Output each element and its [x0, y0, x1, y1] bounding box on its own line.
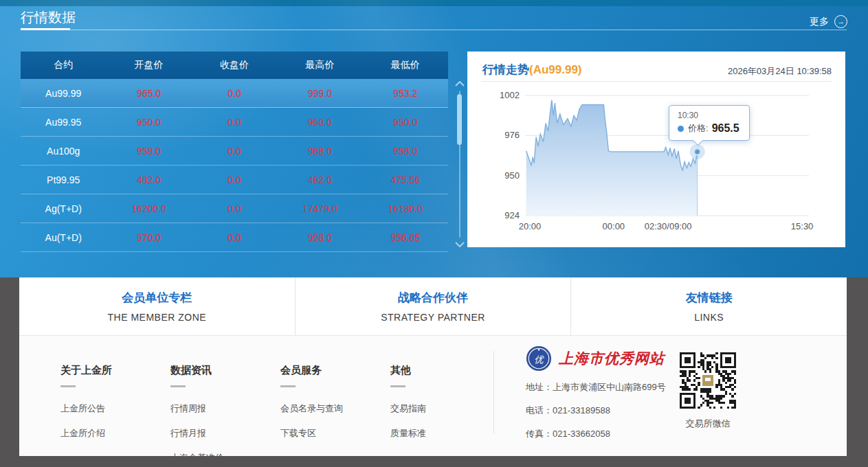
group-dash — [60, 385, 76, 387]
contract-cell: Au100g — [21, 137, 106, 165]
y-axis-tick: 950 — [485, 170, 520, 181]
footer-group-title: 其他 — [390, 364, 500, 377]
price-cell: 17479.0 — [277, 194, 362, 223]
footer-link[interactable]: 行情周报 — [170, 402, 280, 415]
table-header-row: 合约开盘价收盘价最高价最低价 — [21, 52, 448, 79]
price-cell: 0.0 — [192, 194, 277, 223]
footer-link[interactable]: 下载专区 — [280, 427, 390, 440]
contact-label: 电话： — [526, 405, 553, 415]
footer-link[interactable]: 上金所介绍 — [60, 427, 170, 440]
contact-value: 021-33189588 — [553, 405, 610, 415]
band-title: 友情链接 — [571, 290, 847, 306]
contact-line: 传真：021-33662058 — [526, 428, 698, 440]
price-cell: 16180.0 — [363, 194, 448, 223]
price-cell: 956.85 — [363, 223, 448, 251]
footer-group-title: 会员服务 — [280, 364, 390, 377]
member-band-link[interactable]: 战略合作伙伴STRATEGY PARTNER — [295, 277, 571, 335]
band-subtitle: LINKS — [571, 312, 847, 323]
footer-link-group: 关于上金所上金所公告上金所介绍 — [60, 364, 170, 464]
price-cell: 475.56 — [363, 166, 448, 194]
price-cell: 16200.0 — [106, 194, 191, 223]
price-cell: 0.0 — [192, 166, 277, 194]
footer-link[interactable]: 质量标准 — [390, 427, 500, 440]
award-badge-text: 上海市优秀网站 — [559, 349, 665, 368]
quotes-table: 合约开盘价收盘价最高价最低价 Au99.99965.00.0999.0953.2… — [21, 52, 448, 252]
more-label: 更多 — [810, 16, 829, 28]
group-dash — [170, 385, 186, 387]
chart-title-text: 行情走势 — [482, 63, 529, 76]
contact-block: 优 上海市优秀网站 地址：上海市黄浦区中山南路699号电话：021-331895… — [526, 345, 698, 440]
market-data-section: 行情数据 更多 → 合约开盘价收盘价最高价最低价 Au99.99965.00.0… — [0, 0, 868, 277]
x-axis-tick: 02:30/09:00 — [645, 221, 692, 231]
contact-lines: 地址：上海市黄浦区中山南路699号电话：021-33189588传真：021-3… — [526, 381, 698, 440]
footer-link[interactable]: 交易指南 — [390, 402, 500, 415]
column-header: 收盘价 — [192, 52, 277, 79]
price-area-chart[interactable] — [525, 95, 809, 216]
band-subtitle: THE MEMBER ZONE — [19, 312, 295, 323]
chart-tooltip: 10:30 价格: 965.5 — [669, 105, 750, 141]
table-row[interactable]: Pt99.95482.00.0482.0475.56 — [21, 166, 448, 194]
band-title: 会员单位专栏 — [19, 290, 295, 306]
table-scrollbar[interactable] — [454, 81, 465, 247]
trend-chart-panel: 行情走势(Au99.99) 2026年03月24日 10:39:58 10:30… — [467, 52, 845, 247]
table-row[interactable]: Au100g958.00.0988.0958.0 — [21, 137, 448, 166]
more-link[interactable]: 更多 → — [810, 15, 847, 28]
top-nav-edge — [0, 0, 868, 6]
footer-link[interactable]: 会员名录与查询 — [280, 402, 390, 415]
tooltip-value: 965.5 — [712, 122, 739, 135]
price-cell: 970.0 — [106, 223, 191, 251]
column-header: 最高价 — [277, 52, 362, 79]
footer-link[interactable]: 行情月报 — [170, 427, 280, 440]
contact-value: 上海市黄浦区中山南路699号 — [553, 382, 666, 392]
footer-group-title: 关于上金所 — [60, 364, 170, 377]
y-axis-tick: 976 — [485, 130, 520, 140]
award-badge[interactable]: 优 上海市优秀网站 — [526, 345, 698, 372]
price-cell: 482.0 — [106, 166, 191, 194]
series-dot-icon — [678, 126, 684, 132]
y-axis-tick: 1002 — [485, 90, 520, 100]
table-row[interactable]: Au(T+D)970.00.0998.0956.85 — [21, 223, 448, 252]
wechat-qr-block: 交易所微信 — [679, 352, 737, 430]
price-cell: 958.0 — [363, 137, 448, 165]
footer-link-group: 会员服务会员名录与查询下载专区 — [280, 364, 390, 464]
band-subtitle: STRATEGY PARTNER — [296, 312, 571, 323]
footer: 关于上金所上金所公告上金所介绍数据资讯行情周报行情月报上海金基准价会员服务会员名… — [19, 335, 847, 456]
arrow-right-circle-icon[interactable]: → — [834, 15, 847, 28]
contact-label: 传真： — [526, 429, 553, 439]
table-row[interactable]: Au99.95950.00.0950.0950.0 — [21, 108, 448, 137]
price-cell: 950.0 — [106, 108, 191, 136]
contract-cell: Au99.99 — [21, 79, 106, 107]
tooltip-series-label: 价格: — [688, 122, 709, 135]
price-cell: 965.0 — [106, 79, 191, 107]
chart-title-contract: (Au99.99) — [529, 63, 582, 76]
y-axis-tick: 924 — [485, 210, 520, 220]
footer-link[interactable]: 上金所公告 — [60, 402, 170, 415]
table-row[interactable]: Ag(T+D)16200.00.017479.016180.0 — [21, 194, 448, 223]
group-dash — [280, 385, 296, 387]
member-band-link[interactable]: 友情链接LINKS — [570, 277, 847, 335]
scrollbar-thumb[interactable] — [457, 94, 462, 145]
scroll-down-icon[interactable] — [455, 242, 465, 247]
price-cell: 0.0 — [192, 137, 277, 165]
footer-link[interactable]: 上海金基准价 — [170, 452, 280, 464]
price-cell: 988.0 — [277, 137, 362, 165]
price-cell: 950.0 — [363, 108, 448, 136]
footer-links: 关于上金所上金所公告上金所介绍数据资讯行情周报行情月报上海金基准价会员服务会员名… — [60, 364, 500, 464]
title-rule — [21, 30, 847, 30]
member-band-link[interactable]: 会员单位专栏THE MEMBER ZONE — [19, 277, 295, 335]
table-body: Au99.99965.00.0999.0953.2Au99.95950.00.0… — [21, 79, 448, 252]
contract-cell: Au(T+D) — [21, 223, 106, 251]
contract-cell: Ag(T+D) — [21, 194, 106, 223]
contract-cell: Au99.95 — [21, 108, 106, 136]
footer-link-group: 其他交易指南质量标准 — [390, 364, 500, 464]
chart-datetime: 2026年03月24日 10:39:58 — [728, 65, 832, 78]
x-axis-tick: 20:00 — [519, 221, 542, 231]
table-row[interactable]: Au99.99965.00.0999.0953.2 — [21, 79, 448, 108]
price-cell: 482.0 — [277, 166, 362, 194]
band-title: 战略合作伙伴 — [296, 290, 571, 306]
scroll-up-icon[interactable] — [455, 81, 465, 87]
title-rule-accent — [21, 28, 70, 30]
page-title: 行情数据 — [21, 8, 76, 27]
qr-caption: 交易所微信 — [679, 418, 737, 430]
qr-code — [680, 352, 736, 409]
